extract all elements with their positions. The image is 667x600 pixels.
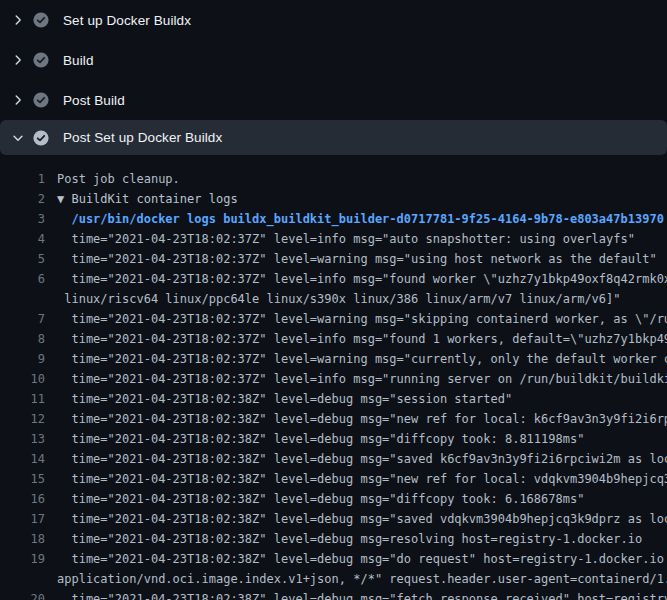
log-line: 15 time="2021-04-23T18:02:38Z" level=deb… [0,469,667,489]
log-line-number[interactable]: 14 [0,449,45,469]
log-line: 13 time="2021-04-23T18:02:38Z" level=deb… [0,429,667,449]
log-line-number[interactable]: 1 [0,169,45,189]
log-line: 10 time="2021-04-23T18:02:37Z" level=inf… [0,369,667,389]
log-line-text: time="2021-04-23T18:02:38Z" level=debug … [57,469,667,489]
log-line: 2 ▼ BuildKit container logs [0,189,667,209]
log-line-text: time="2021-04-23T18:02:37Z" level=info m… [57,329,667,349]
check-success-icon [33,52,49,68]
log-line-number[interactable]: 4 [0,229,45,249]
log-line-number[interactable]: 12 [0,409,45,429]
log-line: 14 time="2021-04-23T18:02:38Z" level=deb… [0,449,667,469]
step-header-post-set-up-docker-buildx[interactable]: Post Set up Docker Buildx [0,120,667,155]
log-line-number[interactable]: 13 [0,429,45,449]
log-line-text: time="2021-04-23T18:02:38Z" level=debug … [57,509,667,529]
log-line: 3 /usr/bin/docker logs buildx_buildkit_b… [0,209,667,229]
step-title: Post Build [63,93,125,108]
log-line-number[interactable]: 2 [0,189,45,209]
log-line-number[interactable]: 18 [0,529,45,549]
log-line-text: time="2021-04-23T18:02:37Z" level=info m… [57,369,667,389]
log-line-text: time="2021-04-23T18:02:38Z" level=debug … [57,449,667,469]
step-list: Set up Docker Buildx Build P [0,0,667,155]
log-line: 11 time="2021-04-23T18:02:38Z" level=deb… [0,389,667,409]
log-line: 6 time="2021-04-23T18:02:37Z" level=info… [0,269,667,289]
log-line-number[interactable]: 20 [0,589,45,600]
log-line-number[interactable]: 5 [0,249,45,269]
step-title: Post Set up Docker Buildx [63,130,222,145]
log-line-number [0,289,45,309]
log-line: 5 time="2021-04-23T18:02:37Z" level=warn… [0,249,667,269]
log-line-number[interactable]: 17 [0,509,45,529]
log-line: 17 time="2021-04-23T18:02:38Z" level=deb… [0,509,667,529]
log-line: 4 time="2021-04-23T18:02:37Z" level=info… [0,229,667,249]
step-header-build[interactable]: Build [0,40,667,80]
log-line-text: time="2021-04-23T18:02:37Z" level=warnin… [57,349,667,369]
log-line-text: time="2021-04-23T18:02:37Z" level=info m… [57,229,635,249]
log-line-text: time="2021-04-23T18:02:37Z" level=warnin… [57,249,657,269]
log-line-text: time="2021-04-23T18:02:37Z" level=info m… [57,269,667,289]
log-line: 20 time="2021-04-23T18:02:38Z" level=deb… [0,589,667,600]
log-line-text: linux/riscv64 linux/ppc64le linux/s390x … [57,289,621,309]
chevron-icon [10,12,26,28]
log-line-text: time="2021-04-23T18:02:38Z" level=debug … [57,589,667,600]
log-line-number [0,569,45,589]
log-line: 16 time="2021-04-23T18:02:38Z" level=deb… [0,489,667,509]
log-line-number[interactable]: 8 [0,329,45,349]
check-success-icon [33,130,49,146]
chevron-icon [10,52,26,68]
check-success-icon [33,92,49,108]
log-line-text: time="2021-04-23T18:02:37Z" level=warnin… [57,309,667,329]
log-line: 12 time="2021-04-23T18:02:38Z" level=deb… [0,409,667,429]
log-line-text: time="2021-04-23T18:02:38Z" level=debug … [57,489,584,509]
log-container: 1 Post job cleanup. 2 ▼ BuildKit contain… [0,155,667,600]
log-line: linux/riscv64 linux/ppc64le linux/s390x … [0,289,667,309]
log-line-text: time="2021-04-23T18:02:38Z" level=debug … [57,549,667,569]
log-line: 1 Post job cleanup. [0,169,667,189]
log-line-text: Post job cleanup. [57,169,180,189]
log-line-text: time="2021-04-23T18:02:38Z" level=debug … [57,389,512,409]
log-line-text: time="2021-04-23T18:02:38Z" level=debug … [57,529,642,549]
step-title: Build [63,53,94,68]
step-title: Set up Docker Buildx [63,13,191,28]
log-line: 19 time="2021-04-23T18:02:38Z" level=deb… [0,549,667,569]
chevron-icon [10,92,26,108]
step-header-set-up-docker-buildx[interactable]: Set up Docker Buildx [0,0,667,40]
log-line-text: application/vnd.oci.image.index.v1+json,… [57,569,667,589]
check-success-icon [33,12,49,28]
log-line: 18 time="2021-04-23T18:02:38Z" level=deb… [0,529,667,549]
log-line-number[interactable]: 6 [0,269,45,289]
log-line-number[interactable]: 9 [0,349,45,369]
log-line-number[interactable]: 19 [0,549,45,569]
actions-log-viewer: { "theme": { "background": "#0d1117", "e… [0,0,667,600]
log-lines: 1 Post job cleanup. 2 ▼ BuildKit contain… [0,169,667,600]
log-line-number[interactable]: 11 [0,389,45,409]
log-line-number[interactable]: 10 [0,369,45,389]
log-line: 7 time="2021-04-23T18:02:37Z" level=warn… [0,309,667,329]
step-header-post-build[interactable]: Post Build [0,80,667,120]
log-line-number[interactable]: 15 [0,469,45,489]
log-group-toggle[interactable]: ▼ BuildKit container logs [57,189,238,209]
log-line: 9 time="2021-04-23T18:02:37Z" level=warn… [0,349,667,369]
log-line: 8 time="2021-04-23T18:02:37Z" level=info… [0,329,667,349]
log-line: application/vnd.oci.image.index.v1+json,… [0,569,667,589]
log-line-text: time="2021-04-23T18:02:38Z" level=debug … [57,409,667,429]
log-line-number[interactable]: 7 [0,309,45,329]
log-line-text: /usr/bin/docker logs buildx_buildkit_bui… [57,209,664,229]
log-line-text: time="2021-04-23T18:02:38Z" level=debug … [57,429,584,449]
log-line-number[interactable]: 3 [0,209,45,229]
log-line-number[interactable]: 16 [0,489,45,509]
chevron-icon [10,130,26,146]
